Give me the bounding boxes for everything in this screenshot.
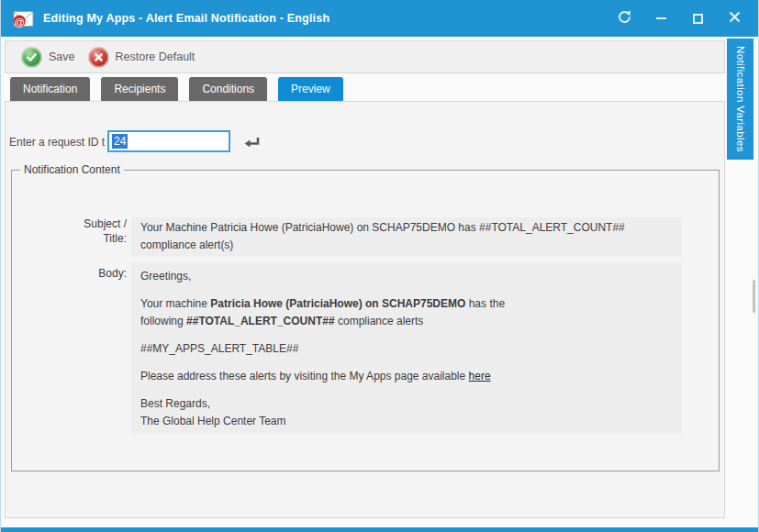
request-id-label: Enter a request ID t [9,136,105,149]
notification-content-group: Notification Content Subject / Title: Yo… [11,170,720,471]
tab-strip: Notification Recipients Conditions Previ… [10,77,343,101]
restore-x-icon [88,47,109,68]
body-label: Body: [72,266,127,281]
save-check-icon [21,47,42,68]
window-bottom-border [1,527,759,532]
notification-variables-tab[interactable]: Notification Variables [727,39,753,160]
group-title: Notification Content [20,163,124,176]
restore-default-label: Restore Default [116,50,195,63]
tab-conditions[interactable]: Conditions [189,77,267,101]
refresh-icon [617,9,632,28]
preview-tab-panel: Enter a request ID t 24 Notification Con… [5,101,725,518]
here-link[interactable]: here [469,370,491,382]
save-label: Save [49,50,75,63]
body-greeting: Greetings, [140,268,673,285]
svg-text:@: @ [15,16,25,27]
save-button[interactable]: Save [21,47,75,68]
body-value: Greetings, Your machine Patricia Howe (P… [131,262,682,434]
subject-title-label: Subject / Title: [72,216,127,246]
body-table-variable: ##MY_APPS_ALERT_TABLE## [140,340,673,358]
enter-key-icon [242,136,262,153]
body-machine-line: Your machine Patricia Howe (PatriciaHowe… [140,295,673,330]
restore-default-button[interactable]: Restore Default [88,47,195,68]
dialog-window: @ Editing My Apps - Alert Email Notifica… [0,0,759,532]
request-id-value: 24 [112,134,128,149]
window-title: Editing My Apps - Alert Email Notificati… [43,12,329,25]
window-controls [606,0,753,37]
refresh-button[interactable] [606,0,642,37]
request-id-row: Enter a request ID t 24 [6,102,724,157]
close-button[interactable] [716,0,753,37]
maximize-button[interactable] [679,0,716,37]
body-signoff: Best Regards,The Global Help Center Team [140,395,673,430]
titlebar: @ Editing My Apps - Alert Email Notifica… [1,0,759,37]
tab-recipients[interactable]: Recipients [101,77,178,101]
request-id-input[interactable]: 24 [107,130,230,152]
app-email-icon: @ [11,7,35,30]
toolbar: Save Restore Default [5,40,725,73]
subject-value: Your Machine Patricia Howe (PatriciaHowe… [131,217,682,256]
close-icon [729,10,741,27]
scrollbar-thumb[interactable] [753,280,755,313]
minimize-button[interactable] [642,0,679,37]
body-cta-line: Please address these alerts by visiting … [140,368,673,385]
maximize-icon [693,14,703,24]
minimize-icon [656,17,666,19]
tab-preview[interactable]: Preview [278,77,343,101]
tab-notification[interactable]: Notification [10,77,90,101]
